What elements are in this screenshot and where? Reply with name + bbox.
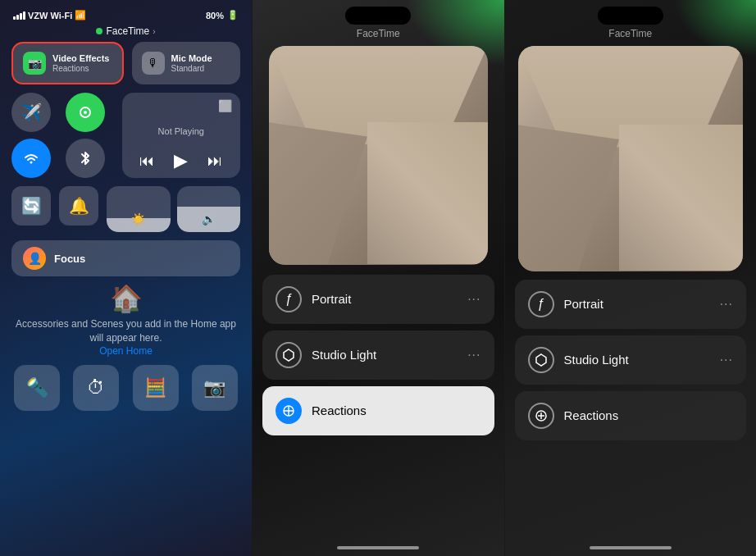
reactions-label: Reactions [312,403,481,417]
bluetooth-button[interactable] [66,139,105,178]
notch-pill [345,7,411,25]
svg-marker-2 [284,349,294,361]
notch-area-3 [505,0,757,25]
studio-light-more-icon[interactable]: ··· [467,348,480,362]
svg-point-1 [84,111,87,114]
camera-preview [269,46,488,265]
third-tiles-row: 🔄 🔔 ☀️ 🔊 [11,186,240,232]
home-section: 🏠 Accessories and Scenes you add in the … [0,283,252,357]
studio-light-more-icon-3[interactable]: ··· [720,353,733,367]
home-accessories-text: Accessories and Scenes you add in the Ho… [11,317,240,345]
facetime-chevron-icon: › [153,27,155,36]
timer-button[interactable]: ⏱ [73,365,119,411]
mic-mode-text: Mic Mode Standard [171,53,212,73]
portrait-icon: ƒ [276,286,302,312]
notification-button[interactable]: 🔔 [59,186,98,226]
brightness-slider[interactable]: ☀️ [107,186,171,232]
portrait-icon-3: ƒ [528,291,554,317]
portrait-menu-item[interactable]: ƒ Portrait ··· [262,275,494,324]
studio-light-menu-item[interactable]: Studio Light ··· [262,330,494,380]
open-home-link[interactable]: Open Home [11,345,240,357]
camera-preview-image [269,46,488,265]
portrait-more-icon[interactable]: ··· [467,292,480,307]
media-controls: ⏮ ▶ ⏭ [130,150,233,171]
mic-mode-tile[interactable]: 🎙 Mic Mode Standard [132,42,241,84]
home-icon: 🏠 [11,283,240,314]
home-indicator-3 [590,546,672,549]
cam-bg-shape-3b [619,125,743,271]
studio-light-menu-item-3[interactable]: Studio Light ··· [515,335,747,385]
facetime-header[interactable]: FaceTime › [0,24,252,42]
reactions-icon-3 [528,403,554,429]
svg-marker-6 [536,354,546,366]
previous-track-button[interactable]: ⏮ [139,153,154,170]
status-bar: VZW Wi-Fi 📶 80% 🔋 [0,0,252,24]
facetime-app-label: FaceTime [253,25,504,46]
battery-percent: 80% [206,11,224,21]
play-button[interactable]: ▶ [174,150,188,171]
effects-menu-3: ƒ Portrait ··· Studio Light ··· [505,280,757,440]
carrier-label: VZW Wi-Fi [28,11,72,21]
portrait-menu-item-3[interactable]: ƒ Portrait ··· [515,280,747,329]
focus-tile[interactable]: 👤 Focus [11,240,240,276]
camera-preview-image-3 [518,46,744,271]
wifi-icon: 📶 [75,10,86,21]
control-center-panel: VZW Wi-Fi 📶 80% 🔋 FaceTime › 📷 Video Eff… [0,0,252,556]
volume-slider[interactable]: 🔊 [177,186,241,232]
video-effects-panel: FaceTime ƒ Portrait ··· [252,0,504,556]
focus-avatar: 👤 [23,247,46,270]
bottom-tools-row: 🔦 ⏱ 🧮 📷 [0,365,252,411]
status-right: 80% 🔋 [206,10,239,21]
signal-bar-2 [16,15,19,20]
video-effects-panel-2: FaceTime ƒ Portrait ··· [504,0,757,556]
media-player-tile: ⬜ Not Playing ⏮ ▶ ⏭ [122,93,241,178]
cam-bg-shape-3 [367,122,488,264]
video-effects-icon: 📷 [23,52,46,75]
notch-area [253,0,504,25]
facetime-label-text: FaceTime [106,25,149,37]
mic-mode-icon: 🎙 [142,52,165,75]
cellular-button[interactable] [66,93,105,132]
media-top: ⬜ [130,99,233,112]
home-indicator [337,546,419,549]
mic-mode-title: Mic Mode [171,53,212,64]
signal-bar-1 [13,16,16,20]
camera-preview-3 [518,46,744,271]
screen-mirroring-icon[interactable]: ⬜ [218,99,232,112]
reactions-menu-item[interactable]: Reactions [262,386,494,435]
round-icons-group: ✈️ [11,93,114,178]
facetime-app-label-3: FaceTime [505,25,757,46]
portrait-label-3: Portrait [564,297,720,311]
signal-bar-3 [20,13,22,20]
facetime-active-dot [96,28,102,34]
sliders-group: ☀️ 🔊 [107,186,240,232]
video-effects-title: Video Effects [52,53,110,64]
studio-light-label: Studio Light [312,348,467,362]
wifi-button[interactable] [11,139,51,178]
video-effects-subtitle: Reactions [52,64,110,73]
reactions-icon [276,398,302,424]
reactions-menu-item-3[interactable]: Reactions [515,391,747,440]
calculator-button[interactable]: 🧮 [133,365,179,411]
studio-light-icon-3 [528,347,554,373]
video-effects-tile[interactable]: 📷 Video Effects Reactions [11,42,124,84]
studio-light-icon [276,342,302,368]
airplane-mode-button[interactable]: ✈️ [11,93,51,132]
effects-menu: ƒ Portrait ··· Studio Light ··· [253,275,504,435]
brightness-icon: ☀️ [131,212,145,226]
notch-pill-3 [598,7,663,25]
not-playing-label: Not Playing [130,126,233,136]
cam-bg-shape-2b [518,125,620,271]
focus-label: Focus [54,253,85,265]
second-tiles-row: ✈️ [11,93,240,178]
portrait-more-icon-3[interactable]: ··· [720,297,733,312]
flashlight-button[interactable]: 🔦 [14,365,60,411]
focus-row: 👤 Focus [0,240,252,276]
video-effects-text: Video Effects Reactions [52,53,110,73]
tiles-section: 📷 Video Effects Reactions 🎙 Mic Mode Sta… [0,42,252,232]
next-track-button[interactable]: ⏭ [207,153,222,170]
camera-button[interactable]: 📷 [192,365,238,411]
portrait-label: Portrait [312,292,467,306]
reactions-label-3: Reactions [564,408,734,422]
screen-lock-button[interactable]: 🔄 [11,186,51,226]
